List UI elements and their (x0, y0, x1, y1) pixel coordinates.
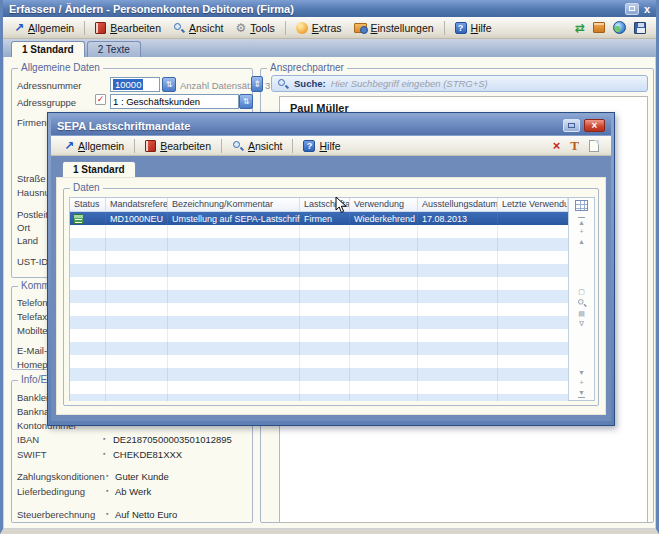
extras-icon (296, 22, 308, 34)
modal-tab-standard[interactable]: 1 Standard (62, 161, 136, 177)
restore-icon[interactable] (625, 3, 639, 15)
value-zahlungskonditionen: Guter Kunde (115, 471, 169, 482)
modal-menu-bearbeiten[interactable]: Bearbeiten (140, 138, 216, 154)
close-icon[interactable]: x (644, 3, 650, 15)
arrow-ne-icon: ↗ (14, 23, 24, 33)
grid-empty-row (70, 368, 568, 381)
delete-icon[interactable]: × (553, 140, 561, 152)
column-bezeichnung[interactable]: Bezeichnung/Kommentar (168, 198, 300, 211)
adressgruppe-combo[interactable]: 1 : Geschäftskunden (110, 94, 239, 109)
field-marker: ▪ (106, 487, 108, 494)
main-tabstrip: 1 Standard 2 Texte (3, 39, 656, 57)
checkbox-red-check-icon[interactable]: ✓ (95, 94, 106, 105)
adressgruppe-spinner[interactable]: ⇅ (239, 94, 253, 109)
menu-hilfe[interactable]: ?Hilfe (450, 20, 497, 36)
label-iban: IBAN (17, 434, 39, 445)
main-titlebar: Erfassen / Ändern - Personenkonten Debit… (3, 0, 656, 17)
field-marker: ▪ (103, 435, 105, 442)
grid-search-icon[interactable] (577, 298, 587, 308)
adressnummer-spinner[interactable]: ⇅ (162, 77, 176, 92)
grid-layout-icon[interactable] (575, 200, 588, 211)
group-label: Allgemeine Daten (18, 62, 103, 73)
cell-ausstellungsdatum: 17.08.2013 (418, 214, 498, 224)
cell-mandatsreferenz: MD1000NEU (106, 214, 168, 224)
mouse-cursor (335, 196, 347, 214)
value-swift: CHEKDE81XXX (113, 449, 182, 460)
scroll-to-bottom-icon[interactable]: ▼ (578, 388, 585, 398)
modal-close-icon[interactable]: × (584, 119, 605, 132)
menu-separator (84, 21, 85, 35)
grid-empty-row (70, 303, 568, 316)
grid-empty-row (70, 264, 568, 277)
package-icon[interactable] (593, 22, 605, 33)
menu-extras[interactable]: Extras (291, 20, 347, 36)
tab-standard[interactable]: 1 Standard (11, 41, 85, 57)
row-append-icon[interactable]: + (579, 378, 583, 388)
main-window: Erfassen / Ändern - Personenkonten Debit… (0, 0, 659, 534)
grid-empty-row (70, 355, 568, 368)
modal-menu-hilfe[interactable]: ?Hilfe (298, 138, 345, 154)
grid-column-separator (349, 212, 350, 401)
label-telefon: Telefon (17, 297, 48, 308)
label-land: Land (17, 235, 38, 246)
row-insert-icon[interactable]: + (579, 227, 583, 237)
cell-bezeichnung: Umstellung auf SEPA-Lastschrift (168, 214, 300, 224)
window-select-icon[interactable]: ▢ (578, 287, 585, 297)
document-icon[interactable] (589, 140, 599, 152)
grid-column-separator (105, 212, 106, 401)
arrow-ne-icon: ↗ (64, 141, 74, 151)
sync-icon[interactable]: ⇄ (575, 21, 585, 35)
cell-lastschriftart: Firmen (300, 214, 350, 224)
grid-empty-row (70, 277, 568, 290)
globe-icon[interactable] (613, 21, 626, 34)
scroll-up-icon[interactable]: ▲ (578, 237, 585, 247)
column-status[interactable]: Status (70, 198, 106, 211)
menu-ansicht[interactable]: Ansicht (168, 20, 228, 36)
modal-menu-ansicht[interactable]: Ansicht (227, 138, 287, 154)
grid-column-separator (299, 212, 300, 401)
modal-title: SEPA Lastschriftmandate (57, 120, 190, 132)
grid-rows: MD1000NEU Umstellung auf SEPA-Lastschrif… (70, 212, 568, 401)
contact-search-input[interactable]: Suche: Hier Suchbegriff eingeben (STRG+S… (271, 75, 648, 92)
label-lieferbedingung: Lieferbedingung (17, 486, 85, 497)
column-letzte-verwendung[interactable]: Letzte Verwendung (498, 198, 568, 211)
menu-separator (285, 21, 286, 35)
help-icon: ? (303, 140, 315, 152)
search-placeholder: Hier Suchbegriff eingeben (STRG+S) (331, 78, 488, 89)
help-icon: ? (455, 22, 467, 34)
menu-separator (221, 139, 222, 153)
save-icon[interactable] (634, 22, 646, 34)
text-filter-icon[interactable]: T (570, 140, 579, 152)
menu-separator (134, 139, 135, 153)
menu-bearbeiten[interactable]: Bearbeiten (90, 20, 166, 36)
grid-empty-row (70, 342, 568, 355)
rows-view-icon[interactable]: ▤ (578, 309, 585, 319)
tab-texte[interactable]: 2 Texte (87, 41, 141, 57)
modal-restore-icon[interactable] (563, 119, 580, 132)
modal-toolbar: ↗Allgemein Bearbeiten Ansicht ?Hilfe × T (51, 136, 611, 156)
table-row-selected[interactable]: MD1000NEU Umstellung auf SEPA-Lastschrif… (70, 212, 568, 225)
label-adressnummer: Adressnummer (17, 80, 81, 91)
menu-einstellungen[interactable]: Einstellungen (349, 20, 439, 36)
panel-splitter-icon[interactable]: ⇕ (251, 76, 263, 92)
column-ausstellungsdatum[interactable]: Ausstellungsdatum (418, 198, 498, 211)
group-label: Daten (70, 182, 103, 193)
grid-empty-row (70, 290, 568, 303)
scroll-down-icon[interactable]: ▼ (578, 368, 585, 378)
grid-empty-row (70, 251, 568, 264)
adressnummer-input[interactable]: 10000 (110, 77, 160, 92)
notebook-icon (145, 140, 156, 152)
grid-empty-row (70, 316, 568, 329)
modal-titlebar: SEPA Lastschriftmandate × (51, 116, 611, 135)
filter-icon[interactable]: ∇ (579, 319, 584, 329)
scroll-to-top-icon[interactable]: ▲ (578, 217, 585, 227)
column-verwendung[interactable]: Verwendung (350, 198, 418, 211)
menu-tools[interactable]: ⚙Tools (230, 20, 279, 36)
column-mandatsreferenz[interactable]: Mandatsreferenz (106, 198, 168, 211)
grid-column-separator (417, 212, 418, 401)
modal-menu-allgemein[interactable]: ↗Allgemein (59, 138, 129, 154)
menu-allgemein[interactable]: ↗Allgemein (9, 20, 79, 36)
modal-body: 1 Standard Daten Status Mandatsreferenz … (51, 156, 611, 421)
grid-empty-row (70, 381, 568, 394)
grid-empty-row (70, 238, 568, 251)
